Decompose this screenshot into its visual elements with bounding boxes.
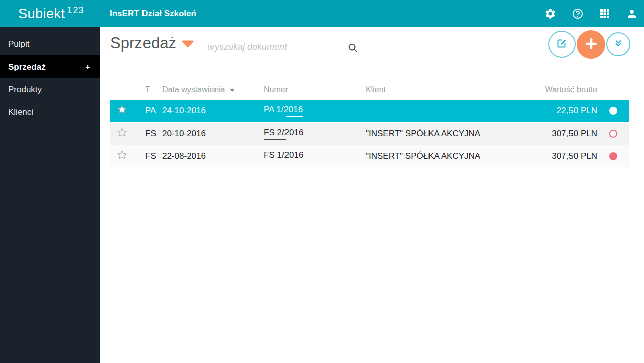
search-icon[interactable] bbox=[348, 43, 358, 53]
doc-client: "INSERT" SPÓŁKA AKCYJNA bbox=[366, 151, 537, 161]
edit-icon bbox=[555, 37, 568, 52]
table-row[interactable]: FS 20-10-2016 FS 2/2016 "INSERT" SPÓŁKA … bbox=[110, 123, 629, 145]
app-logo[interactable]: Subiekt 123 bbox=[18, 0, 84, 27]
plus-icon bbox=[585, 37, 598, 52]
doc-date: 24-10-2016 bbox=[162, 106, 264, 116]
status-dot bbox=[609, 130, 617, 138]
table-row[interactable]: PA 24-10-2016 PA 1/2016 22,50 PLN bbox=[110, 100, 629, 122]
doc-status-cell bbox=[597, 130, 629, 138]
brand-version: 123 bbox=[67, 5, 84, 16]
status-dot bbox=[609, 107, 617, 115]
doc-type: PA bbox=[145, 106, 162, 116]
collapse-list-button[interactable] bbox=[606, 32, 630, 56]
doc-status-cell bbox=[597, 152, 629, 160]
apps-grid-icon[interactable] bbox=[598, 8, 611, 20]
doc-type: FS bbox=[145, 129, 162, 139]
double-chevron-down-icon bbox=[613, 38, 623, 50]
col-gross[interactable]: Wartość brutto bbox=[537, 85, 597, 94]
settings-icon[interactable] bbox=[544, 8, 556, 20]
page-title-dropdown[interactable]: Sprzedaż bbox=[110, 34, 195, 57]
add-document-button[interactable] bbox=[577, 30, 605, 59]
company-title: InsERT Dział Szkoleń bbox=[110, 0, 196, 27]
search-box bbox=[208, 39, 359, 56]
doc-number-link[interactable]: FS 2/2016 bbox=[264, 128, 303, 140]
doc-gross: 22,50 PLN bbox=[537, 106, 597, 116]
status-dot bbox=[609, 152, 617, 160]
help-icon[interactable] bbox=[571, 8, 584, 20]
doc-date: 22-08-2016 bbox=[162, 151, 264, 161]
doc-number-link[interactable]: FS 1/2016 bbox=[264, 150, 303, 162]
col-client[interactable]: Klient bbox=[366, 85, 537, 94]
user-icon[interactable] bbox=[625, 8, 638, 20]
page-title: Sprzedaż bbox=[110, 34, 176, 52]
table-row[interactable]: FS 22-08-2016 FS 1/2016 "INSERT" SPÓŁKA … bbox=[110, 145, 629, 167]
sidebar-nav: Pulpit Sprzedaż + Produkty Klienci bbox=[0, 27, 100, 363]
dropdown-caret-icon bbox=[182, 40, 194, 50]
sidebar-item-label: Sprzedaż bbox=[8, 62, 46, 72]
doc-gross: 307,50 PLN bbox=[537, 151, 597, 161]
star-icon[interactable] bbox=[117, 150, 127, 163]
star-icon[interactable] bbox=[117, 104, 127, 117]
sidebar-item-klienci[interactable]: Klienci bbox=[0, 101, 100, 124]
row-star-cell bbox=[110, 104, 145, 117]
sidebar-item-pulpit[interactable]: Pulpit bbox=[0, 33, 100, 55]
sidebar-item-produkty[interactable]: Produkty bbox=[0, 78, 100, 101]
doc-date: 20-10-2016 bbox=[162, 129, 264, 139]
sidebar-item-label: Pulpit bbox=[8, 39, 30, 49]
doc-gross: 307,50 PLN bbox=[537, 129, 597, 139]
documents-table: T Data wystawienia Numer Klient Wartość … bbox=[110, 80, 629, 168]
col-date[interactable]: Data wystawienia bbox=[162, 85, 264, 94]
top-bar: Subiekt 123 InsERT Dział Szkoleń bbox=[0, 0, 644, 27]
edit-document-button[interactable] bbox=[548, 31, 576, 58]
topbar-icon-group bbox=[544, 0, 638, 27]
doc-number-link[interactable]: PA 1/2016 bbox=[264, 105, 303, 117]
sort-desc-icon bbox=[230, 89, 235, 92]
main-content: Sprzedaż T Data wystawienia bbox=[100, 27, 644, 363]
sidebar-item-label: Produkty bbox=[8, 85, 42, 95]
col-number[interactable]: Numer bbox=[264, 85, 366, 94]
doc-status-cell bbox=[597, 107, 629, 115]
doc-client: "INSERT" SPÓŁKA AKCYJNA bbox=[366, 129, 537, 139]
col-type[interactable]: T bbox=[145, 85, 162, 94]
row-star-cell bbox=[110, 150, 145, 163]
star-icon[interactable] bbox=[117, 127, 127, 140]
sidebar-item-sprzedaz[interactable]: Sprzedaż + bbox=[0, 55, 100, 78]
doc-type: FS bbox=[145, 151, 162, 161]
table-header: T Data wystawienia Numer Klient Wartość … bbox=[110, 80, 629, 100]
search-input[interactable] bbox=[208, 39, 344, 54]
sidebar-item-label: Klienci bbox=[8, 107, 33, 117]
brand-name: Subiekt bbox=[18, 6, 65, 22]
row-star-cell bbox=[110, 127, 145, 140]
sidebar-add-icon[interactable]: + bbox=[85, 62, 90, 72]
